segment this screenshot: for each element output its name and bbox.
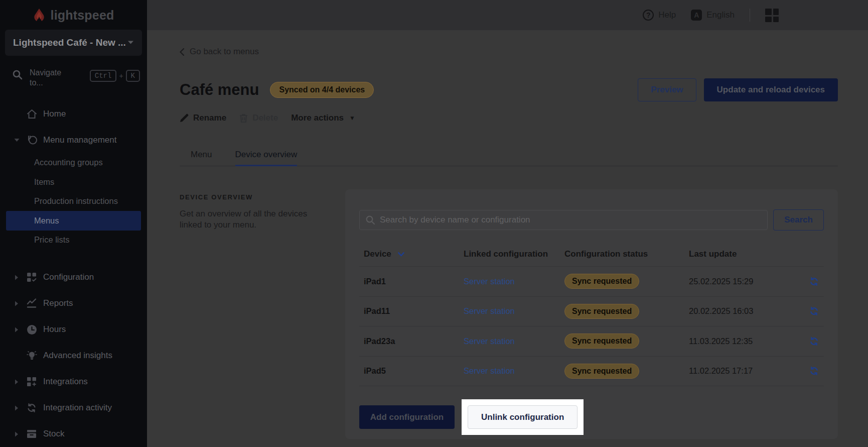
unlink-configuration-button[interactable]: Unlink configuration bbox=[468, 405, 577, 429]
section-description: Get an overview of all the devices linke… bbox=[180, 208, 324, 231]
refresh-icon[interactable] bbox=[809, 337, 819, 346]
tab-menu[interactable]: Menu bbox=[191, 150, 212, 166]
refresh-icon[interactable] bbox=[809, 366, 819, 376]
home-icon bbox=[26, 109, 37, 119]
sidebar-item-hours[interactable]: Hours bbox=[0, 316, 147, 343]
column-device[interactable]: Device bbox=[364, 249, 391, 259]
sync-icon bbox=[26, 403, 37, 413]
table-row: iPad11 Server station Sync requested 20.… bbox=[359, 297, 824, 327]
chevron-right-icon bbox=[13, 379, 20, 385]
sidebar-subitem-accounting-groups[interactable]: Accounting groups bbox=[6, 153, 141, 173]
sidebar-item-label: Reports bbox=[43, 298, 73, 308]
lightspeed-logo: lightspeed bbox=[0, 6, 147, 25]
logo-wordmark: lightspeed bbox=[50, 8, 114, 23]
search-icon bbox=[12, 69, 23, 80]
help-label: Help bbox=[658, 10, 676, 20]
keyboard-shortcut: Ctrl + K bbox=[90, 70, 140, 82]
topbar: ? Help A English bbox=[147, 0, 868, 30]
back-link-label: Go back to menus bbox=[190, 47, 259, 57]
status-badge: Sync requested bbox=[564, 364, 639, 379]
sidebar-item-reports[interactable]: Reports bbox=[0, 290, 147, 316]
sidebar-item-integrations[interactable]: Integrations bbox=[0, 369, 147, 395]
device-name: iPad5 bbox=[359, 366, 464, 376]
sidebar-item-label: Integration activity bbox=[43, 403, 112, 413]
table-row: iPad23a Server station Sync requested 11… bbox=[359, 326, 824, 357]
sidebar-subitem-items[interactable]: Items bbox=[6, 172, 141, 192]
refresh-icon[interactable] bbox=[809, 277, 819, 286]
help-icon: ? bbox=[643, 10, 654, 21]
device-name: iPad11 bbox=[359, 306, 464, 316]
status-badge: Sync requested bbox=[564, 304, 639, 319]
status-badge: Sync requested bbox=[564, 274, 639, 289]
sort-chevron-icon[interactable] bbox=[398, 252, 404, 257]
sidebar-subitem-price-lists[interactable]: Price lists bbox=[6, 231, 141, 250]
lightbulb-icon bbox=[26, 351, 37, 361]
rename-action[interactable]: Rename bbox=[180, 113, 226, 123]
preview-button[interactable]: Preview bbox=[638, 78, 696, 101]
device-search-input[interactable] bbox=[359, 210, 768, 230]
update-reload-button[interactable]: Update and reload devices bbox=[704, 78, 838, 101]
chevron-right-icon bbox=[13, 405, 20, 411]
navigate-to-search[interactable]: Navigate to... Ctrl + K bbox=[12, 68, 140, 88]
last-update: 11.03.2025 12:35 bbox=[689, 337, 809, 346]
company-name: Lightspeed Café - New ... bbox=[13, 37, 127, 48]
chevron-right-icon bbox=[13, 275, 20, 280]
table-row: iPad1 Server station Sync requested 25.0… bbox=[359, 267, 824, 297]
company-selector[interactable]: Lightspeed Café - New ... bbox=[5, 30, 142, 56]
refresh-icon[interactable] bbox=[809, 306, 819, 316]
configuration-link[interactable]: Server station bbox=[464, 277, 515, 286]
sidebar-item-home[interactable]: Home bbox=[0, 101, 147, 127]
language-menu[interactable]: A English bbox=[691, 10, 735, 21]
sync-status-badge: Synced on 4/4 devices bbox=[270, 82, 374, 98]
help-menu[interactable]: ? Help bbox=[643, 10, 676, 21]
tour-spotlight: Unlink configuration bbox=[462, 399, 584, 435]
add-configuration-button[interactable]: Add configuration bbox=[359, 405, 455, 429]
last-update: 20.02.2025 16:03 bbox=[689, 306, 809, 316]
sidebar-item-menu-management[interactable]: Menu management bbox=[0, 127, 147, 153]
sidebar-item-configuration[interactable]: Configuration bbox=[0, 264, 147, 290]
chevron-left-icon bbox=[180, 48, 184, 56]
sidebar-item-label: Menu management bbox=[43, 135, 116, 145]
page-title: Café menu bbox=[180, 81, 259, 99]
ctrl-key: Ctrl bbox=[90, 70, 117, 82]
column-linked-configuration: Linked configuration bbox=[464, 249, 564, 259]
subitem-label: Price lists bbox=[34, 235, 70, 245]
configuration-icon bbox=[26, 272, 37, 282]
rename-label: Rename bbox=[193, 113, 226, 123]
configuration-link[interactable]: Server station bbox=[464, 366, 515, 375]
configuration-link[interactable]: Server station bbox=[464, 306, 515, 315]
back-link[interactable]: Go back to menus bbox=[180, 46, 838, 57]
section-heading: DEVICE OVERVIEW bbox=[180, 193, 330, 201]
trash-icon bbox=[239, 114, 248, 123]
sidebar-item-label: Integrations bbox=[43, 377, 88, 387]
sidebar-nav: Home Menu management Accounting groups I… bbox=[0, 101, 147, 447]
table-header: Device Linked configuration Configuratio… bbox=[359, 231, 824, 267]
sidebar-item-label: Configuration bbox=[43, 272, 94, 282]
apps-grid-icon[interactable] bbox=[765, 9, 779, 22]
sidebar-item-integration-activity[interactable]: Integration activity bbox=[0, 395, 147, 421]
last-update: 25.02.2025 15:29 bbox=[689, 277, 809, 286]
search-button[interactable]: Search bbox=[773, 209, 824, 231]
device-name: iPad1 bbox=[359, 277, 464, 286]
subitem-label: Menus bbox=[34, 216, 59, 226]
subitem-label: Accounting groups bbox=[34, 158, 103, 167]
table-row: iPad5 Server station Sync requested 11.0… bbox=[359, 357, 824, 387]
configuration-link[interactable]: Server station bbox=[464, 337, 515, 346]
sidebar-item-label: Home bbox=[43, 109, 66, 119]
sidebar-subitem-menus[interactable]: Menus bbox=[6, 211, 141, 231]
sidebar-item-label: Stock bbox=[43, 429, 65, 439]
more-actions-menu[interactable]: More actions ▼ bbox=[291, 113, 355, 123]
subitem-label: Items bbox=[34, 177, 54, 187]
navigate-label: Navigate to... bbox=[30, 68, 73, 88]
sidebar-subitem-production-instructions[interactable]: Production instructions bbox=[6, 192, 141, 211]
section-info: DEVICE OVERVIEW Get an overview of all t… bbox=[180, 189, 330, 439]
delete-label: Delete bbox=[252, 113, 278, 123]
sidebar-item-stock[interactable]: Stock bbox=[0, 421, 147, 447]
sidebar-item-advanced-insights[interactable]: Advanced insights bbox=[0, 343, 147, 369]
k-key: K bbox=[126, 70, 140, 82]
delete-action: Delete bbox=[239, 113, 278, 123]
tab-device-overview[interactable]: Device overview bbox=[235, 150, 298, 166]
sidebar-item-label: Hours bbox=[43, 324, 66, 334]
column-configuration-status: Configuration status bbox=[564, 249, 689, 259]
status-badge: Sync requested bbox=[564, 333, 639, 349]
